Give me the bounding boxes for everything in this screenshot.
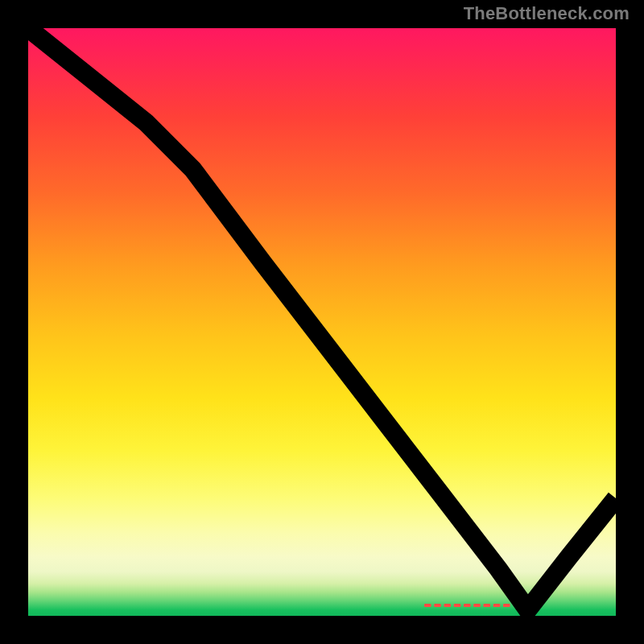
chart-frame: TheBottleneck.com xyxy=(0,0,644,644)
bottleneck-curve xyxy=(28,28,616,616)
svg-rect-5 xyxy=(473,604,480,607)
svg-rect-1 xyxy=(434,604,440,607)
watermark-text: TheBottleneck.com xyxy=(464,3,630,24)
plot-area xyxy=(28,28,616,616)
svg-rect-7 xyxy=(493,604,500,607)
svg-rect-3 xyxy=(454,604,460,607)
svg-rect-4 xyxy=(464,604,470,607)
svg-rect-2 xyxy=(444,604,451,607)
svg-rect-8 xyxy=(503,604,510,607)
svg-rect-6 xyxy=(484,604,490,607)
trough-marker-dashes xyxy=(424,602,515,609)
svg-rect-0 xyxy=(424,604,431,607)
